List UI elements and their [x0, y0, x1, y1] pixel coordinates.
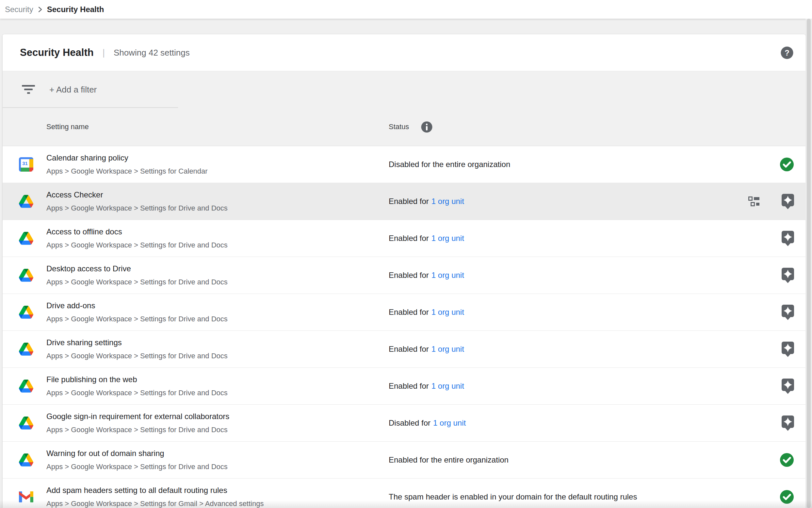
- table-row[interactable]: Access Checker Apps > Google Workspace >…: [3, 183, 806, 220]
- recommendation-flag-icon[interactable]: [782, 379, 794, 394]
- setting-name-cell: 31 Calendar sharing policy Apps > Google…: [3, 153, 389, 176]
- table-row[interactable]: Desktop access to Drive Apps > Google Wo…: [3, 257, 806, 294]
- status-text: Enabled for: [389, 197, 429, 206]
- filter-icon[interactable]: [21, 84, 36, 95]
- svg-text:?: ?: [784, 48, 790, 57]
- table-row[interactable]: Access to offline docs Apps > Google Wor…: [3, 220, 806, 257]
- row-trailing-icons: [704, 268, 806, 283]
- setting-path: Apps > Google Workspace > Settings for D…: [46, 278, 228, 287]
- recommendation-flag-icon[interactable]: [782, 416, 794, 431]
- row-trailing-icons: [704, 490, 806, 504]
- setting-name-cell: Drive add-ons Apps > Google Workspace > …: [3, 301, 389, 324]
- table-row[interactable]: 31 Calendar sharing policy Apps > Google…: [3, 146, 806, 183]
- setting-name-cell: Drive sharing settings Apps > Google Wor…: [3, 338, 389, 361]
- setting-name-cell: Desktop access to Drive Apps > Google Wo…: [3, 264, 389, 287]
- setting-title: Warning for out of domain sharing: [46, 449, 228, 458]
- recommendation-flag-icon[interactable]: [782, 194, 794, 209]
- help-icon[interactable]: ?: [780, 46, 794, 59]
- settings-count: Showing 42 settings: [114, 48, 190, 58]
- setting-name-cell: Access to offline docs Apps > Google Wor…: [3, 227, 389, 250]
- recommendation-flag-icon[interactable]: [782, 342, 794, 357]
- google-drive-icon: [19, 379, 33, 393]
- status-cell: Enabled for1 org unit: [389, 271, 704, 280]
- column-setting-name: Setting name: [3, 123, 389, 131]
- org-unit-link[interactable]: 1 org unit: [431, 197, 464, 206]
- status-text: The spam header is enabled in your domai…: [389, 492, 637, 502]
- scrollbar[interactable]: [806, 18, 812, 508]
- green-check-icon: [780, 157, 794, 172]
- setting-path: Apps > Google Workspace > Settings for G…: [46, 499, 264, 508]
- setting-path: Apps > Google Workspace > Settings for D…: [46, 462, 228, 471]
- security-health-card: Security Health | Showing 42 settings ? …: [3, 34, 806, 508]
- breadcrumb: Security Security Health: [0, 0, 812, 18]
- setting-title: Access to offline docs: [46, 227, 228, 237]
- info-icon[interactable]: [421, 121, 433, 133]
- row-trailing-icons: [704, 194, 806, 209]
- google-drive-icon: [19, 453, 33, 467]
- setting-title: Drive add-ons: [46, 301, 228, 310]
- status-cell: Enabled for1 org unit: [389, 308, 704, 317]
- setting-name-cell: Google sign-in requirement for external …: [3, 412, 389, 434]
- status-text: Enabled for: [389, 345, 429, 354]
- org-unit-link[interactable]: 1 org unit: [431, 345, 464, 354]
- setting-path: Apps > Google Workspace > Settings for D…: [46, 241, 228, 250]
- status-cell: Enabled for1 org unit: [389, 381, 704, 391]
- breadcrumb-chevron-icon: [38, 6, 42, 13]
- breadcrumb-current: Security Health: [47, 5, 104, 14]
- google-drive-icon: [19, 342, 33, 356]
- row-trailing-icons: [704, 231, 806, 246]
- google-drive-icon: [19, 268, 33, 283]
- table-row[interactable]: Add spam headers setting to all default …: [3, 478, 806, 508]
- org-units-icon: [748, 197, 759, 206]
- gmail-icon: [19, 490, 33, 504]
- setting-name-cell: Warning for out of domain sharing Apps >…: [3, 449, 389, 471]
- setting-name-cell: File publishing on the web Apps > Google…: [3, 375, 389, 397]
- setting-title: Drive sharing settings: [46, 338, 228, 347]
- table-row[interactable]: Drive add-ons Apps > Google Workspace > …: [3, 294, 806, 331]
- status-text: Disabled for the entire organization: [389, 160, 510, 169]
- page-title: Security Health: [20, 47, 94, 58]
- status-cell: The spam header is enabled in your domai…: [389, 492, 704, 502]
- table-row[interactable]: File publishing on the web Apps > Google…: [3, 368, 806, 405]
- setting-path: Apps > Google Workspace > Settings for C…: [46, 167, 208, 176]
- filter-bar: + Add a filter: [3, 71, 806, 108]
- org-unit-link[interactable]: 1 org unit: [431, 234, 464, 243]
- row-trailing-icons: [704, 157, 806, 172]
- recommendation-flag-icon[interactable]: [782, 268, 794, 283]
- setting-path: Apps > Google Workspace > Settings for D…: [46, 388, 228, 397]
- setting-path: Apps > Google Workspace > Settings for D…: [46, 425, 229, 434]
- table-header: Setting name Status: [3, 108, 806, 146]
- org-unit-link[interactable]: 1 org unit: [431, 381, 464, 391]
- status-text: Enabled for the entire organization: [389, 455, 509, 465]
- org-unit-link[interactable]: 1 org unit: [433, 418, 466, 428]
- status-cell: Enabled for1 org unit: [389, 197, 704, 206]
- setting-path: Apps > Google Workspace > Settings for D…: [46, 204, 228, 213]
- green-check-icon: [780, 490, 794, 504]
- green-check-icon: [780, 453, 794, 467]
- setting-path: Apps > Google Workspace > Settings for D…: [46, 314, 228, 324]
- google-drive-icon: [19, 305, 33, 320]
- recommendation-flag-icon[interactable]: [782, 231, 794, 246]
- table-row[interactable]: Drive sharing settings Apps > Google Wor…: [3, 331, 806, 368]
- setting-name-cell: Access Checker Apps > Google Workspace >…: [3, 190, 389, 213]
- status-cell: Enabled for1 org unit: [389, 345, 704, 354]
- org-unit-link[interactable]: 1 org unit: [431, 271, 464, 280]
- add-filter-button[interactable]: + Add a filter: [49, 85, 97, 95]
- breadcrumb-parent-link[interactable]: Security: [5, 5, 33, 14]
- table-row[interactable]: Warning for out of domain sharing Apps >…: [3, 441, 806, 478]
- table-row[interactable]: Google sign-in requirement for external …: [3, 405, 806, 441]
- settings-list: 31 Calendar sharing policy Apps > Google…: [3, 146, 806, 508]
- recommendation-flag-icon[interactable]: [782, 305, 794, 320]
- status-text: Enabled for: [389, 308, 429, 317]
- org-unit-link[interactable]: 1 org unit: [431, 308, 464, 317]
- status-cell: Disabled for1 org unit: [389, 418, 704, 428]
- status-text: Disabled for: [389, 418, 430, 428]
- title-separator: |: [103, 47, 105, 58]
- status-cell: Enabled for1 org unit: [389, 234, 704, 243]
- google-calendar-icon: 31: [19, 157, 33, 172]
- row-trailing-icons: [704, 342, 806, 357]
- row-trailing-icons: [704, 453, 806, 467]
- card-header: Security Health | Showing 42 settings ?: [3, 34, 806, 71]
- scrollbar-thumb[interactable]: [807, 18, 811, 508]
- filter-underline: [3, 107, 178, 108]
